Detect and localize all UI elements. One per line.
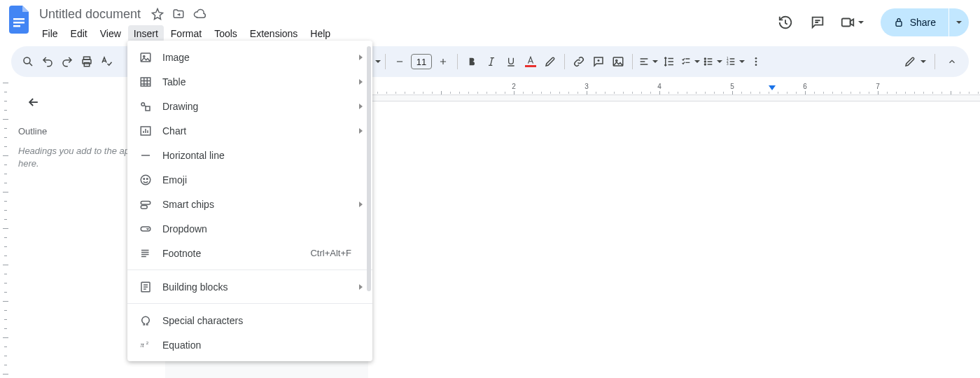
svg-point-11 <box>704 58 706 59</box>
numbered-list-icon[interactable]: 123 <box>724 52 746 71</box>
svg-point-5 <box>24 57 30 64</box>
redo-icon[interactable] <box>57 52 77 71</box>
editing-mode-icon[interactable] <box>902 52 927 71</box>
indent-marker-icon[interactable] <box>769 85 776 90</box>
svg-point-26 <box>141 175 150 185</box>
menu-item-label: Image <box>162 52 361 63</box>
menu-item-dropdown[interactable]: Dropdown <box>127 216 372 241</box>
ruler-label: 4 <box>657 83 662 90</box>
menu-item-label: Building blocks <box>162 281 361 293</box>
font-size-input[interactable]: 11 <box>411 54 432 69</box>
menubar-item-edit[interactable]: Edit <box>65 25 93 42</box>
menu-item-label: Emoji <box>162 174 361 186</box>
menubar-item-insert[interactable]: Insert <box>128 25 164 42</box>
align-icon[interactable] <box>637 52 659 71</box>
bold-icon[interactable] <box>462 52 482 71</box>
submenu-arrow-icon <box>359 55 363 60</box>
link-icon[interactable] <box>569 52 589 71</box>
menu-item-label: Special characters <box>162 315 361 326</box>
menubar-item-help[interactable]: Help <box>304 25 336 42</box>
menu-item-label: Drawing <box>162 101 361 112</box>
comments-icon[interactable] <box>808 13 827 32</box>
collapse-toolbar-icon[interactable] <box>942 52 962 71</box>
menubar-item-view[interactable]: View <box>94 25 127 42</box>
menubar-item-extensions[interactable]: Extensions <box>244 25 303 42</box>
menubar-item-tools[interactable]: Tools <box>209 25 243 42</box>
menu-item-footnote[interactable]: FootnoteCtrl+Alt+F <box>127 241 372 265</box>
menu-item-label: Equation <box>162 340 361 351</box>
add-comment-icon[interactable] <box>589 52 608 71</box>
svg-point-10 <box>616 59 617 61</box>
menu-item-drawing[interactable]: Drawing <box>127 94 372 118</box>
hline-icon <box>139 148 153 162</box>
outline-back-icon[interactable] <box>24 92 43 112</box>
menu-item-smart-chips[interactable]: Smart chips <box>127 192 372 216</box>
menu-item-building-blocks[interactable]: Building blocks <box>127 274 372 299</box>
submenu-arrow-icon <box>359 202 363 207</box>
menu-item-chart[interactable]: Chart <box>127 118 372 143</box>
share-label: Share <box>910 17 936 28</box>
undo-icon[interactable] <box>38 52 57 71</box>
svg-text:3: 3 <box>727 62 729 66</box>
submenu-arrow-icon <box>359 284 363 290</box>
menu-item-label: Dropdown <box>162 223 361 234</box>
submenu-arrow-icon <box>359 128 363 134</box>
menu-item-emoji[interactable]: Emoji <box>127 167 372 192</box>
smartchips-icon <box>139 197 153 211</box>
svg-point-13 <box>704 64 706 65</box>
header: Untitled document FileEditViewInsertForm… <box>0 0 980 42</box>
menu-item-equation[interactable]: π2Equation <box>127 332 372 357</box>
menu-item-image[interactable]: Image <box>127 45 372 69</box>
text-color-icon[interactable] <box>521 52 540 71</box>
svg-rect-4 <box>896 22 902 27</box>
menu-item-horizontal-line[interactable]: Horizontal line <box>127 143 372 167</box>
menu-item-special-characters[interactable]: Special characters <box>127 308 372 332</box>
menubar-item-format[interactable]: Format <box>165 25 207 42</box>
ruler-label: 6 <box>803 83 807 90</box>
share-dropdown[interactable] <box>949 8 969 36</box>
share-button[interactable]: Share <box>881 8 948 36</box>
drawing-icon <box>139 99 153 113</box>
underline-icon[interactable] <box>501 52 521 71</box>
star-icon[interactable] <box>150 7 164 21</box>
search-icon[interactable] <box>18 52 38 71</box>
svg-point-23 <box>141 102 145 106</box>
svg-rect-3 <box>841 19 850 27</box>
page[interactable] <box>368 101 980 378</box>
docs-logo-icon[interactable] <box>7 7 32 32</box>
spellcheck-icon[interactable] <box>97 52 116 71</box>
menu-item-label: Smart chips <box>162 199 361 210</box>
svg-rect-24 <box>146 106 150 111</box>
italic-icon[interactable] <box>482 52 501 71</box>
document-title[interactable]: Untitled document <box>36 6 144 23</box>
omega-icon <box>139 314 153 328</box>
cloud-status-icon[interactable] <box>192 7 206 21</box>
font-dropdown-arrow-icon[interactable] <box>375 60 381 63</box>
blocks-icon <box>139 280 153 294</box>
menu-item-label: Horizontal line <box>162 150 361 161</box>
ruler-label: 7 <box>876 83 880 90</box>
emoji-icon <box>139 173 153 187</box>
menu-item-table[interactable]: Table <box>127 69 372 94</box>
menubar-item-file[interactable]: File <box>36 25 64 42</box>
svg-point-17 <box>755 57 757 59</box>
insert-image-icon[interactable] <box>608 52 628 71</box>
bulleted-list-icon[interactable] <box>701 52 724 71</box>
print-icon[interactable] <box>77 52 97 71</box>
history-icon[interactable] <box>776 13 795 32</box>
line-spacing-icon[interactable] <box>659 52 679 71</box>
svg-rect-1 <box>13 22 24 24</box>
more-icon[interactable] <box>746 52 766 71</box>
checklist-icon[interactable] <box>679 52 701 71</box>
svg-point-27 <box>144 178 145 179</box>
svg-rect-2 <box>13 25 20 27</box>
submenu-arrow-icon <box>359 104 363 109</box>
meet-icon[interactable] <box>840 13 864 32</box>
decrease-font-icon[interactable] <box>390 52 410 71</box>
ruler-label: 3 <box>584 83 589 90</box>
svg-rect-30 <box>141 205 147 209</box>
increase-font-icon[interactable] <box>433 52 453 71</box>
ruler-label: 5 <box>730 83 734 90</box>
highlight-icon[interactable] <box>540 52 560 71</box>
move-folder-icon[interactable] <box>172 7 186 21</box>
